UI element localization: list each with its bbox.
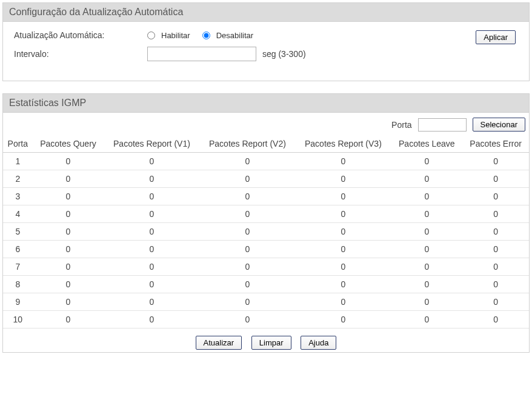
cell-v1: 0 <box>104 311 199 328</box>
col-v2: Pacotes Report (V2) <box>199 135 295 153</box>
cell-query: 0 <box>33 293 104 311</box>
igmp-stats-header: Estatísticas IGMP <box>3 94 529 113</box>
igmp-stats-panel: Estatísticas IGMP Porta Selecionar Porta… <box>2 93 530 353</box>
cell-error: 0 <box>462 241 529 258</box>
cell-v2: 0 <box>199 188 295 205</box>
port-selector-input[interactable] <box>418 118 467 132</box>
table-header-row: Porta Pacotes Query Pacotes Report (V1) … <box>3 135 529 153</box>
cell-leave: 0 <box>391 276 462 293</box>
cell-v2: 0 <box>199 276 295 293</box>
cell-leave: 0 <box>391 311 462 328</box>
table-row: 7000000 <box>3 258 529 276</box>
cell-query: 0 <box>33 153 104 170</box>
cell-port: 7 <box>3 258 33 276</box>
cell-leave: 0 <box>391 258 462 276</box>
cell-v1: 0 <box>104 170 199 188</box>
cell-v1: 0 <box>104 276 199 293</box>
auto-refresh-body: Atualização Automática: Habilitar Desabi… <box>3 22 529 81</box>
cell-error: 0 <box>462 276 529 293</box>
help-button[interactable]: Ajuda <box>301 336 336 350</box>
cell-v3: 0 <box>295 276 391 293</box>
cell-query: 0 <box>33 276 104 293</box>
table-row: 9000000 <box>3 293 529 311</box>
select-button[interactable]: Selecionar <box>473 118 525 132</box>
cell-leave: 0 <box>391 241 462 258</box>
cell-v3: 0 <box>295 188 391 205</box>
cell-v2: 0 <box>199 205 295 223</box>
apply-wrap: Aplicar <box>14 30 518 44</box>
apply-button[interactable]: Aplicar <box>476 30 516 44</box>
cell-v1: 0 <box>104 153 199 170</box>
col-error: Pacotes Error <box>462 135 529 153</box>
cell-error: 0 <box>462 170 529 188</box>
interval-input[interactable] <box>147 47 256 61</box>
cell-v3: 0 <box>295 170 391 188</box>
cell-error: 0 <box>462 311 529 328</box>
cell-port: 1 <box>3 153 33 170</box>
cell-v3: 0 <box>295 293 391 311</box>
col-leave: Pacotes Leave <box>391 135 462 153</box>
cell-v3: 0 <box>295 153 391 170</box>
cell-port: 3 <box>3 188 33 205</box>
interval-suffix: seg (3-300) <box>262 49 306 59</box>
port-selector-label: Porta <box>391 120 411 130</box>
cell-leave: 0 <box>391 293 462 311</box>
col-v3: Pacotes Report (V3) <box>295 135 391 153</box>
cell-v2: 0 <box>199 311 295 328</box>
col-port: Porta <box>3 135 33 153</box>
cell-query: 0 <box>33 170 104 188</box>
cell-port: 5 <box>3 223 33 241</box>
igmp-stats-table: Porta Pacotes Query Pacotes Report (V1) … <box>3 135 529 328</box>
cell-v1: 0 <box>104 241 199 258</box>
table-row: 6000000 <box>3 241 529 258</box>
cell-error: 0 <box>462 153 529 170</box>
col-v1: Pacotes Report (V1) <box>104 135 199 153</box>
cell-error: 0 <box>462 223 529 241</box>
cell-v1: 0 <box>104 188 199 205</box>
cell-port: 8 <box>3 276 33 293</box>
cell-query: 0 <box>33 241 104 258</box>
col-query: Pacotes Query <box>33 135 104 153</box>
cell-leave: 0 <box>391 205 462 223</box>
cell-error: 0 <box>462 188 529 205</box>
table-row: 5000000 <box>3 223 529 241</box>
cell-v2: 0 <box>199 258 295 276</box>
cell-leave: 0 <box>391 170 462 188</box>
cell-v1: 0 <box>104 205 199 223</box>
action-button-row: Atualizar Limpar Ajuda <box>3 328 529 352</box>
clear-button[interactable]: Limpar <box>251 336 291 350</box>
cell-v2: 0 <box>199 241 295 258</box>
cell-v1: 0 <box>104 223 199 241</box>
cell-leave: 0 <box>391 223 462 241</box>
table-row: 2000000 <box>3 170 529 188</box>
cell-leave: 0 <box>391 153 462 170</box>
auto-refresh-panel: Configuração da Atualização Automática A… <box>2 2 530 81</box>
cell-query: 0 <box>33 223 104 241</box>
cell-query: 0 <box>33 188 104 205</box>
table-row: 4000000 <box>3 205 529 223</box>
cell-port: 10 <box>3 311 33 328</box>
interval-label: Intervalo: <box>14 49 147 59</box>
cell-query: 0 <box>33 311 104 328</box>
cell-port: 2 <box>3 170 33 188</box>
interval-row: Intervalo: seg (3-300) <box>14 47 518 61</box>
table-row: 3000000 <box>3 188 529 205</box>
cell-query: 0 <box>33 205 104 223</box>
table-row: 1000000 <box>3 153 529 170</box>
cell-v2: 0 <box>199 153 295 170</box>
refresh-button[interactable]: Atualizar <box>196 336 242 350</box>
cell-port: 9 <box>3 293 33 311</box>
cell-v3: 0 <box>295 311 391 328</box>
cell-error: 0 <box>462 258 529 276</box>
cell-error: 0 <box>462 293 529 311</box>
cell-error: 0 <box>462 205 529 223</box>
auto-refresh-header: Configuração da Atualização Automática <box>3 3 529 22</box>
cell-v2: 0 <box>199 223 295 241</box>
cell-v3: 0 <box>295 241 391 258</box>
table-row: 10000000 <box>3 311 529 328</box>
table-row: 8000000 <box>3 276 529 293</box>
cell-port: 4 <box>3 205 33 223</box>
cell-v3: 0 <box>295 223 391 241</box>
cell-v2: 0 <box>199 293 295 311</box>
cell-v2: 0 <box>199 170 295 188</box>
